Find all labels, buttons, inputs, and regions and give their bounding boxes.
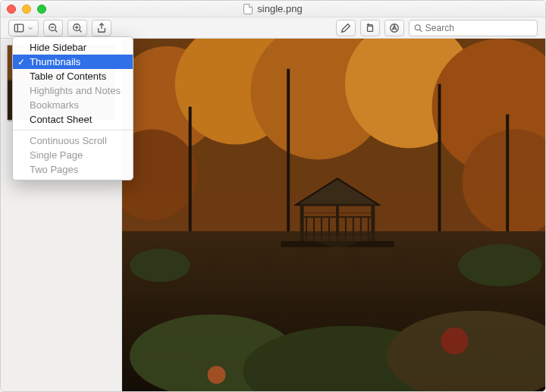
markup-icon: [389, 23, 400, 33]
annotate-button[interactable]: [336, 20, 356, 36]
traffic-lights: [7, 5, 46, 14]
window-title: single.png: [243, 3, 302, 14]
close-button[interactable]: [7, 5, 16, 14]
svg-point-49: [208, 365, 226, 384]
svg-point-11: [415, 24, 420, 30]
rotate-icon: [365, 23, 375, 33]
chevron-down-icon: [27, 25, 33, 31]
titlebar: single.png: [1, 1, 545, 17]
document-icon: [243, 4, 253, 14]
zoom-out-icon: [48, 23, 58, 33]
image-canvas: [122, 39, 545, 391]
zoom-out-button[interactable]: [43, 20, 63, 36]
menu-separator: [13, 130, 133, 130]
svg-point-48: [441, 328, 468, 355]
menu-item-single-page: Single Page: [13, 148, 133, 162]
svg-line-3: [55, 30, 58, 32]
preview-window: single.png: [0, 0, 546, 392]
minimize-button[interactable]: [22, 5, 31, 14]
svg-rect-9: [368, 26, 373, 31]
title-text: single.png: [257, 3, 302, 14]
menu-item-continuous-scroll: Continuous Scroll: [13, 133, 133, 148]
svg-point-43: [130, 249, 190, 282]
toolbar: [1, 17, 545, 39]
search-icon: [414, 24, 422, 33]
menu-item-highlights-and-notes: Highlights and Notes: [13, 83, 133, 98]
menu-item-table-of-contents[interactable]: Table of Contents: [13, 69, 133, 83]
menu-item-hide-sidebar[interactable]: Hide Sidebar: [13, 40, 133, 55]
check-icon: ✓: [17, 57, 25, 67]
share-button[interactable]: [92, 20, 111, 36]
image-content: [122, 39, 545, 391]
markup-button[interactable]: [384, 20, 404, 36]
rotate-button[interactable]: [360, 20, 380, 36]
svg-line-12: [419, 30, 422, 32]
pencil-icon: [340, 23, 351, 33]
svg-line-6: [80, 30, 82, 32]
svg-rect-0: [14, 24, 23, 32]
svg-point-44: [458, 244, 541, 287]
maximize-button[interactable]: [37, 5, 46, 14]
menu-item-thumbnails[interactable]: ✓Thumbnails: [13, 55, 133, 69]
menu-item-two-pages: Two Pages: [13, 162, 133, 177]
menu-item-contact-sheet[interactable]: Contact Sheet: [13, 112, 133, 127]
view-dropdown-menu: Hide Sidebar ✓Thumbnails Table of Conten…: [12, 36, 133, 180]
sidebar-icon: [14, 23, 24, 33]
image-viewport[interactable]: [122, 39, 545, 391]
view-menu-button[interactable]: [8, 20, 39, 36]
menu-item-bookmarks: Bookmarks: [13, 98, 133, 112]
search-field[interactable]: [409, 20, 538, 36]
search-input[interactable]: [425, 23, 532, 33]
zoom-in-button[interactable]: [67, 20, 87, 36]
zoom-in-icon: [72, 23, 83, 33]
share-icon: [96, 23, 107, 33]
